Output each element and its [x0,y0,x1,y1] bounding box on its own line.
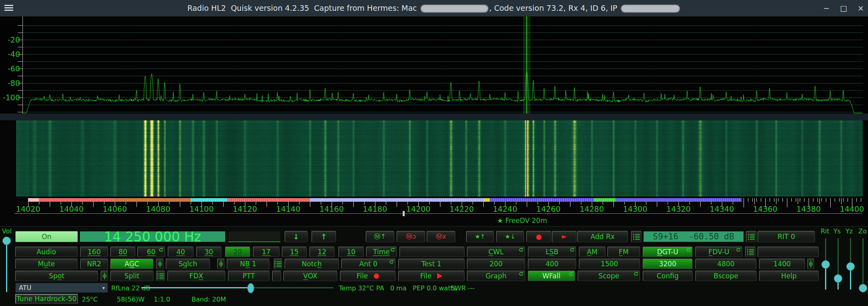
band-17-button[interactable]: 17 [253,247,279,257]
mode-fdvu-button[interactable]: FDV-U [695,247,742,257]
mute-button[interactable]: Mute [15,259,77,269]
tune-down-button[interactable]: ↓ [285,231,308,242]
waterfall-display[interactable] [0,120,868,197]
rit-button[interactable]: RIT 0 [758,231,815,242]
amp-power-readout: 58(56)W [117,296,145,303]
nr2-button[interactable]: NR2 [80,259,108,269]
pep-readout: PEP 0.0 watts [413,284,456,292]
zo-slider-thumb[interactable] [859,284,867,292]
rflna-slider-track-right[interactable] [250,287,333,288]
nb1-button[interactable]: NB 1 [227,259,269,269]
band-20-button[interactable]: 20 [225,247,250,257]
ptt-spare-button[interactable] [272,271,281,281]
file-record-button[interactable]: File [340,271,395,281]
memory-delete-button[interactable]: Ⓜx [427,231,455,242]
band-160-button[interactable]: 160 [80,247,108,257]
mode-am-button[interactable]: AM [579,247,605,257]
vol-slider-track[interactable] [6,237,7,292]
file-play-button[interactable]: File [398,271,465,281]
memory-save-button[interactable]: Ⓜ↑ [366,231,394,242]
vox-button[interactable]: VOX [283,271,337,281]
ptt-button[interactable]: PTT [228,271,269,281]
band-10-button[interactable]: 10 [338,247,364,257]
spot-slider-button[interactable] [101,271,108,281]
mode-spare-button[interactable] [758,247,819,257]
band-40-button[interactable]: 40 [168,247,194,257]
ant0-button[interactable]: Ant 0 [341,259,395,269]
band-12-button[interactable]: 12 [310,247,334,257]
view-scope-button[interactable]: Scope [578,271,640,281]
on-button[interactable]: On [15,231,78,242]
mode-cwl-button[interactable]: CWL [467,247,525,257]
filter-3200-button[interactable]: 3200 [643,259,693,269]
add-rx-button[interactable]: Add Rx [577,231,628,242]
play-button[interactable]: ► [552,231,577,242]
favorite-add-button[interactable]: ★↑ [466,231,494,242]
band-plan-list-button[interactable] [631,231,642,242]
station-marker[interactable]: ★ FreeDV 20m [497,217,547,225]
zo-slider-track[interactable] [862,238,864,288]
rflna-slider-track[interactable] [141,287,250,288]
cycle-arrow-icon [570,248,575,252]
notch-button[interactable]: Notch [285,259,339,269]
view-graph-button[interactable]: Graph [467,271,525,281]
favorite-open-button[interactable]: ★↓ [496,231,524,242]
filter-1500-button[interactable]: 1500 [579,259,640,269]
slider-icon [103,273,106,280]
filter-1400-button[interactable]: 1400 [759,259,805,269]
tune-hardrock-button[interactable]: Tune Hardrock-50 [15,294,78,304]
band-80-button[interactable]: 80 [110,247,135,257]
atu-dropdown[interactable]: ATU ▾ [15,283,108,293]
rit-slider-thumb[interactable] [821,260,830,269]
cycle-arrow-icon [568,272,573,276]
squelch-slider-button[interactable] [217,259,224,269]
band-15-button[interactable]: 15 [282,247,307,257]
view-wfall-button[interactable]: WFall [528,271,575,281]
audio-button[interactable]: Audio [15,247,77,257]
band-spare-button[interactable] [399,247,465,257]
nb-options-button[interactable] [274,259,282,269]
amp-band-readout: Band: 20M [192,296,226,303]
filter-400-button[interactable]: 400 [528,259,576,269]
test1-button[interactable]: Test 1 [398,259,465,269]
frequency-ruler[interactable] [0,197,868,215]
record-button[interactable]: ● [526,231,551,242]
mode-lsb-button[interactable]: LSB [528,247,576,257]
spectrum-graph[interactable] [0,16,868,113]
mode-fm-button[interactable]: FM [607,247,640,257]
filter-200-button[interactable]: 200 [467,259,525,269]
squelch-button[interactable]: Sqlch [166,259,210,269]
minimize-button[interactable]: − [823,4,829,12]
memory-next-button[interactable]: Ⓜↄ [397,231,425,242]
yz-slider-thumb[interactable] [846,262,855,271]
split-button[interactable]: Split [110,271,153,281]
ys-slider-track[interactable] [837,238,839,278]
ys-slider-thumb[interactable] [834,274,842,283]
split-options-button[interactable] [156,271,165,281]
agc-button[interactable]: AGC [110,259,153,269]
cycle-arrow-icon [519,272,524,276]
spot-button[interactable]: Spot [15,271,98,281]
mode-dgtu-button[interactable]: DGT-U [643,247,693,257]
band-30-button[interactable]: 30 [196,247,221,257]
rflna-slider-thumb[interactable] [247,283,254,293]
bscope-button[interactable]: Bscope [695,271,756,281]
smeter-options-button[interactable] [746,231,756,242]
vol-slider-thumb[interactable] [2,237,11,245]
band-60-button[interactable]: 60 [137,247,165,257]
filter-slider-button[interactable] [807,259,814,269]
filter-4800-button[interactable]: 4800 [695,259,756,269]
pan-slider-thumb[interactable] [403,211,405,216]
config-button[interactable]: Config [643,271,693,281]
tune-up-button[interactable]: ↑ [312,231,336,242]
frequency-entry[interactable] [228,231,281,242]
mode-options-button[interactable] [745,247,756,257]
maximize-button[interactable]: □ [840,4,847,12]
agc-slider-button[interactable] [156,259,163,269]
vol-label: Vol [2,227,12,235]
fdx-button[interactable]: FDX [167,271,225,281]
pan-slider-track[interactable] [14,213,862,214]
help-button[interactable]: Help [759,271,819,281]
close-button[interactable]: × [858,4,864,12]
band-time-button[interactable]: Time [366,247,397,257]
